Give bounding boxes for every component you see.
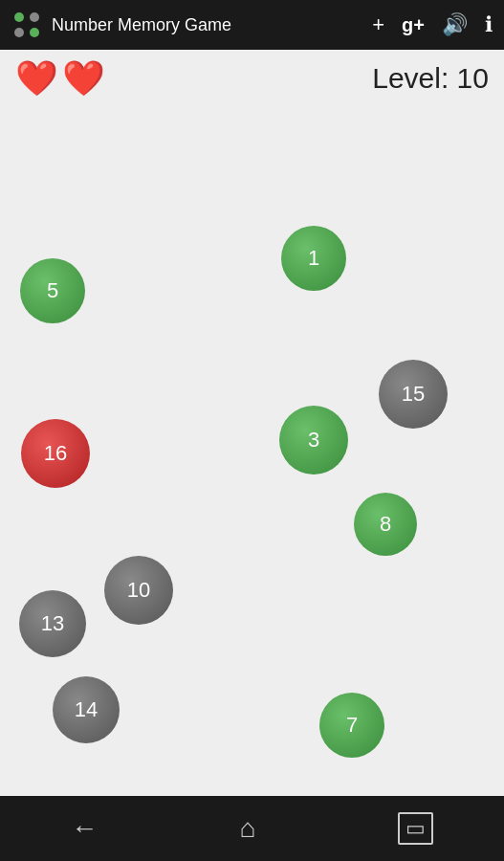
- heart-1: ❤️: [15, 61, 58, 96]
- home-button[interactable]: ⌂: [240, 813, 256, 844]
- heart-2: ❤️: [62, 61, 105, 96]
- circle-c10[interactable]: 10: [104, 556, 173, 625]
- svg-point-1: [30, 12, 39, 22]
- circle-c7[interactable]: 7: [319, 693, 384, 758]
- status-bar: ❤️ ❤️ Level: 10: [0, 50, 504, 107]
- gplus-icon[interactable]: g+: [402, 14, 425, 36]
- circle-c3[interactable]: 3: [279, 406, 348, 475]
- svg-point-2: [14, 28, 24, 37]
- svg-point-0: [14, 12, 24, 22]
- hearts-container: ❤️ ❤️: [15, 61, 105, 96]
- recents-button[interactable]: ▭: [398, 812, 433, 845]
- level-display: Level: 10: [372, 62, 489, 95]
- circle-c1[interactable]: 1: [281, 226, 346, 291]
- circle-c15[interactable]: 15: [379, 360, 448, 429]
- app-icon: [11, 10, 42, 40]
- svg-point-3: [30, 28, 39, 37]
- circle-c13[interactable]: 13: [19, 590, 86, 657]
- back-button[interactable]: ←: [71, 813, 98, 844]
- app-title: Number Memory Game: [52, 15, 355, 35]
- circle-c8[interactable]: 8: [354, 493, 417, 556]
- circle-c14[interactable]: 14: [53, 676, 120, 743]
- app-bar: Number Memory Game + g+ 🔊 ℹ: [0, 0, 504, 50]
- add-icon[interactable]: +: [372, 12, 384, 37]
- sound-icon[interactable]: 🔊: [442, 12, 468, 37]
- game-area: 151531681013147: [0, 107, 504, 796]
- nav-bar: ← ⌂ ▭: [0, 796, 504, 861]
- circle-c5[interactable]: 5: [20, 258, 85, 323]
- circle-c16[interactable]: 16: [21, 419, 90, 488]
- info-icon[interactable]: ℹ: [485, 12, 493, 37]
